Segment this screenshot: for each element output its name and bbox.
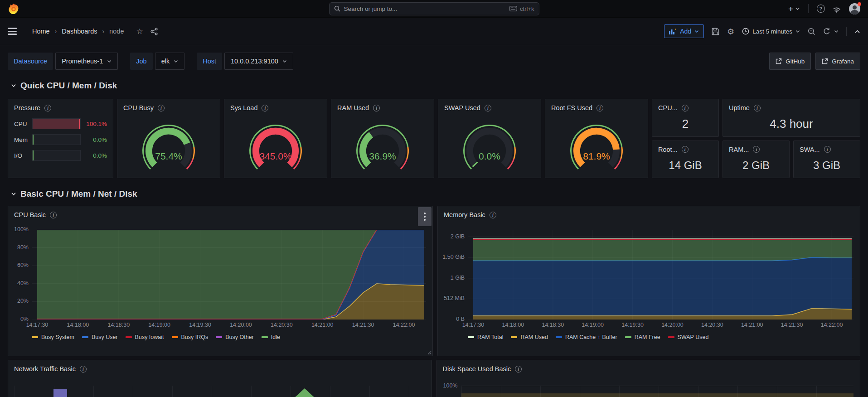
user-avatar[interactable] — [849, 3, 860, 15]
info-icon[interactable]: i — [158, 105, 165, 111]
add-panel-button[interactable]: Add — [664, 24, 704, 38]
info-icon[interactable]: i — [485, 105, 491, 111]
legend-swatch — [82, 336, 88, 338]
add-visualization-icon — [669, 28, 677, 34]
datasource-select[interactable]: Prometheus-1 — [55, 53, 118, 70]
help-icon[interactable]: ? — [817, 5, 825, 13]
legend-item[interactable]: Busy Iowait — [126, 334, 164, 340]
search-shortcut: ctrl+k — [509, 5, 534, 12]
refresh-picker[interactable] — [823, 28, 839, 35]
info-icon[interactable]: i — [515, 366, 522, 373]
x-axis: 14:17:3014:18:0014:18:3014:19:0014:19:30… — [468, 320, 853, 330]
legend-swatch — [216, 336, 222, 338]
y-axis-label: 0% — [20, 316, 29, 322]
global-search[interactable]: ctrl+k — [329, 2, 539, 15]
panel-resize-handle[interactable] — [427, 350, 432, 355]
search-input[interactable] — [344, 5, 506, 12]
gauge-value: 81.9% — [545, 151, 648, 162]
grafana-link-button[interactable]: Grafana — [815, 53, 860, 70]
legend-item[interactable]: RAM Free — [625, 334, 660, 340]
info-icon[interactable]: i — [754, 105, 761, 111]
job-select[interactable]: elk — [155, 53, 185, 70]
panel-network-traffic-basic: Network Traffic Basici — [8, 360, 432, 397]
legend-swatch — [32, 336, 38, 338]
section-quick-cpu-mem-disk[interactable]: Quick CPU / Mem / Disk — [11, 81, 868, 91]
panel-title: Disk Space Used Basic — [443, 365, 511, 373]
menu-toggle-icon[interactable] — [8, 28, 17, 34]
legend-item[interactable]: Busy System — [32, 334, 74, 340]
gauge-value: 75.4% — [117, 151, 220, 162]
y-axis-label: 20% — [17, 298, 29, 304]
x-axis-label: 14:21:00 — [736, 322, 768, 328]
legend-label: Busy Iowait — [135, 334, 164, 340]
chevron-down-icon — [174, 60, 178, 63]
section-basic-cpu-mem-net-disk[interactable]: Basic CPU / Mem / Net / Disk — [11, 189, 868, 199]
plus-icon: + — [788, 5, 793, 13]
grafana-logo[interactable] — [8, 3, 19, 15]
pressure-bar — [32, 118, 81, 129]
breadcrumb-dashboards[interactable]: Dashboards — [62, 28, 97, 35]
share-icon[interactable] — [150, 28, 158, 35]
disk-chart-plot[interactable] — [461, 386, 854, 397]
dashboard-settings-icon[interactable]: ⚙ — [727, 27, 734, 36]
legend-item[interactable]: SWAP Used — [668, 334, 709, 340]
external-link-icon — [822, 58, 828, 64]
github-link-button[interactable]: GitHub — [769, 53, 811, 70]
host-select[interactable]: 10.0.0.213:9100 — [224, 53, 293, 70]
dashboard-toolbar: Home › Dashboards › node ☆ Add ⚙ Last 5 … — [0, 18, 868, 45]
legend-item[interactable]: RAM Used — [511, 334, 548, 340]
favorite-star-icon[interactable]: ☆ — [136, 27, 143, 36]
x-axis-label: 14:18:30 — [537, 322, 569, 328]
legend-label: SWAP Used — [678, 334, 709, 340]
legend-item[interactable]: Busy Other — [216, 334, 254, 340]
legend-item[interactable]: RAM Total — [468, 334, 503, 340]
gauge-cpu-busy — [117, 116, 220, 176]
breadcrumb-home[interactable]: Home — [32, 28, 50, 35]
x-axis-label: 14:20:00 — [225, 322, 257, 328]
chevron-down-icon — [107, 60, 112, 63]
info-icon[interactable]: i — [373, 105, 380, 111]
pressure-bar — [32, 134, 81, 145]
external-link-icon — [776, 58, 782, 64]
panel-title: RAM... — [729, 146, 749, 153]
legend-item[interactable]: Idle — [262, 334, 280, 340]
pressure-value: 0.0% — [84, 136, 107, 143]
chart-legend: Busy SystemBusy UserBusy IowaitBusy IRQs… — [32, 330, 428, 344]
panel-title: CPU... — [658, 104, 678, 111]
info-icon[interactable]: i — [824, 146, 831, 153]
time-range-picker[interactable]: Last 5 minutes — [742, 28, 800, 35]
panel-title: SWA... — [800, 146, 820, 153]
legend-item[interactable]: RAM Cache + Buffer — [556, 334, 617, 340]
cpu-chart-plot[interactable] — [32, 230, 426, 320]
info-icon[interactable]: i — [80, 366, 87, 373]
zoom-out-icon[interactable] — [808, 28, 815, 35]
legend-item[interactable]: Busy IRQs — [172, 334, 209, 340]
info-icon[interactable]: i — [682, 105, 689, 111]
news-rss-icon[interactable] — [833, 5, 841, 13]
network-chart-plot[interactable] — [15, 386, 425, 397]
info-icon[interactable]: i — [682, 146, 689, 153]
info-icon[interactable]: i — [50, 212, 57, 218]
network-series-fragment — [294, 388, 315, 397]
legend-swatch — [668, 336, 674, 338]
legend-swatch — [172, 336, 178, 338]
legend-item[interactable]: Busy User — [82, 334, 118, 340]
chevron-right-icon: › — [102, 28, 105, 35]
collapse-caret-up-icon[interactable] — [854, 29, 860, 34]
pressure-label: I/O — [14, 152, 29, 159]
memory-chart-plot[interactable] — [468, 230, 853, 320]
x-axis-label: 14:21:00 — [306, 322, 338, 328]
info-icon[interactable]: i — [44, 105, 51, 111]
info-icon[interactable]: i — [262, 105, 268, 111]
info-icon[interactable]: i — [596, 105, 603, 111]
info-icon[interactable]: i — [753, 146, 760, 153]
y-axis-label: 40% — [17, 280, 29, 286]
info-icon[interactable]: i — [490, 212, 496, 218]
y-axis: 2 GiB1.50 GiB1 GiB512 MiB0 B — [441, 230, 468, 320]
save-dashboard-icon[interactable] — [712, 28, 719, 35]
y-axis: 100%80%60%40%20%0% — [12, 230, 32, 320]
panel-menu-kebab-icon[interactable] — [418, 207, 432, 226]
x-axis: 14:17:3014:18:0014:18:3014:19:0014:19:30… — [32, 320, 426, 330]
new-menu-button[interactable]: + — [788, 5, 800, 13]
stat-value: 3 GiB — [794, 154, 860, 178]
